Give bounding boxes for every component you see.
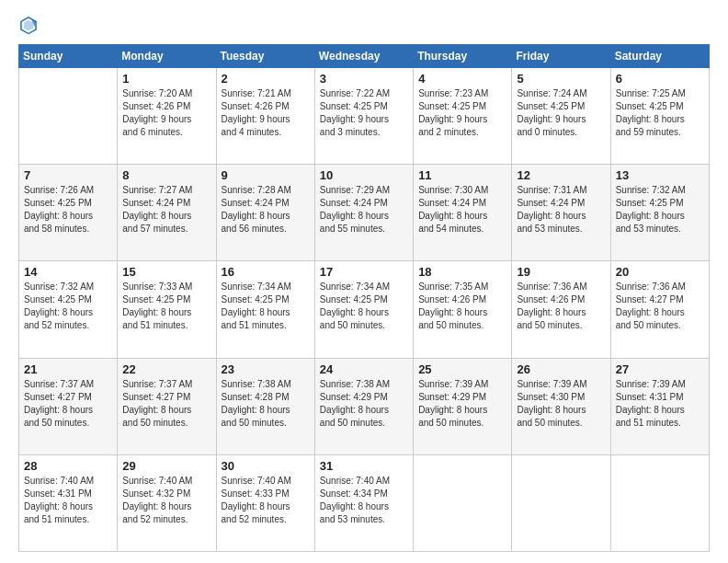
day-number: 24	[320, 362, 408, 376]
calendar-week-row: 28Sunrise: 7:40 AM Sunset: 4:31 PM Dayli…	[19, 454, 710, 551]
day-info: Sunrise: 7:39 AM Sunset: 4:29 PM Dayligh…	[418, 378, 506, 430]
day-info: Sunrise: 7:39 AM Sunset: 4:31 PM Dayligh…	[616, 378, 704, 430]
day-number: 11	[418, 168, 506, 182]
calendar-week-row: 21Sunrise: 7:37 AM Sunset: 4:27 PM Dayli…	[19, 358, 710, 454]
day-info: Sunrise: 7:36 AM Sunset: 4:26 PM Dayligh…	[517, 281, 605, 332]
day-info: Sunrise: 7:28 AM Sunset: 4:24 PM Dayligh…	[222, 184, 310, 236]
day-number: 26	[517, 362, 605, 376]
calendar-cell	[512, 454, 610, 551]
day-info: Sunrise: 7:24 AM Sunset: 4:25 PM Dayligh…	[517, 87, 605, 139]
day-number: 27	[616, 362, 704, 376]
day-of-week-header: Sunday	[19, 45, 118, 68]
calendar-cell: 12Sunrise: 7:31 AM Sunset: 4:24 PM Dayli…	[512, 165, 610, 261]
day-number: 14	[24, 265, 112, 279]
calendar-cell: 10Sunrise: 7:29 AM Sunset: 4:24 PM Dayli…	[314, 165, 413, 261]
calendar-cell: 27Sunrise: 7:39 AM Sunset: 4:31 PM Dayli…	[610, 358, 709, 454]
day-number: 4	[418, 72, 506, 86]
day-number: 15	[122, 265, 210, 279]
day-number: 1	[122, 72, 210, 86]
day-number: 7	[24, 168, 112, 182]
logo	[18, 15, 42, 35]
day-info: Sunrise: 7:23 AM Sunset: 4:25 PM Dayligh…	[418, 87, 506, 139]
svg-marker-1	[24, 20, 33, 31]
day-number: 21	[24, 362, 112, 376]
day-number: 19	[517, 265, 605, 279]
day-number: 6	[616, 72, 704, 86]
calendar-cell: 11Sunrise: 7:30 AM Sunset: 4:24 PM Dayli…	[414, 165, 512, 261]
calendar-cell: 23Sunrise: 7:38 AM Sunset: 4:28 PM Dayli…	[216, 358, 314, 454]
calendar-cell: 31Sunrise: 7:40 AM Sunset: 4:34 PM Dayli…	[314, 454, 413, 551]
calendar-cell: 28Sunrise: 7:40 AM Sunset: 4:31 PM Dayli…	[19, 454, 118, 551]
day-of-week-header: Monday	[118, 45, 216, 68]
day-number: 20	[616, 265, 704, 279]
calendar-cell: 17Sunrise: 7:34 AM Sunset: 4:25 PM Dayli…	[314, 261, 413, 358]
calendar-cell: 29Sunrise: 7:40 AM Sunset: 4:32 PM Dayli…	[118, 454, 216, 551]
day-info: Sunrise: 7:21 AM Sunset: 4:26 PM Dayligh…	[222, 87, 310, 139]
day-info: Sunrise: 7:26 AM Sunset: 4:25 PM Dayligh…	[24, 184, 112, 236]
calendar-cell: 2Sunrise: 7:21 AM Sunset: 4:26 PM Daylig…	[216, 68, 314, 165]
calendar-cell: 5Sunrise: 7:24 AM Sunset: 4:25 PM Daylig…	[512, 68, 610, 165]
day-number: 23	[222, 362, 310, 376]
day-info: Sunrise: 7:40 AM Sunset: 4:33 PM Dayligh…	[222, 475, 310, 526]
day-of-week-header: Wednesday	[314, 45, 413, 68]
calendar-cell: 18Sunrise: 7:35 AM Sunset: 4:26 PM Dayli…	[414, 261, 512, 358]
calendar-cell	[414, 454, 512, 551]
calendar-week-row: 7Sunrise: 7:26 AM Sunset: 4:25 PM Daylig…	[19, 165, 710, 261]
calendar-cell: 30Sunrise: 7:40 AM Sunset: 4:33 PM Dayli…	[216, 454, 314, 551]
day-info: Sunrise: 7:40 AM Sunset: 4:34 PM Dayligh…	[320, 475, 408, 526]
day-info: Sunrise: 7:31 AM Sunset: 4:24 PM Dayligh…	[517, 184, 605, 236]
day-number: 31	[320, 459, 408, 473]
calendar-cell: 16Sunrise: 7:34 AM Sunset: 4:25 PM Dayli…	[216, 261, 314, 358]
calendar-cell: 7Sunrise: 7:26 AM Sunset: 4:25 PM Daylig…	[19, 165, 118, 261]
day-info: Sunrise: 7:40 AM Sunset: 4:32 PM Dayligh…	[122, 475, 210, 526]
calendar-cell: 26Sunrise: 7:39 AM Sunset: 4:30 PM Dayli…	[512, 358, 610, 454]
day-number: 29	[122, 459, 210, 473]
page: SundayMondayTuesdayWednesdayThursdayFrid…	[0, 0, 728, 563]
day-number: 8	[122, 168, 210, 182]
calendar-body: 1Sunrise: 7:20 AM Sunset: 4:26 PM Daylig…	[19, 68, 710, 552]
day-info: Sunrise: 7:34 AM Sunset: 4:25 PM Dayligh…	[320, 281, 408, 332]
day-of-week-header: Thursday	[414, 45, 512, 68]
calendar-cell: 15Sunrise: 7:33 AM Sunset: 4:25 PM Dayli…	[118, 261, 216, 358]
day-number: 13	[616, 168, 704, 182]
logo-icon	[18, 15, 39, 35]
day-info: Sunrise: 7:32 AM Sunset: 4:25 PM Dayligh…	[24, 281, 112, 332]
calendar-week-row: 1Sunrise: 7:20 AM Sunset: 4:26 PM Daylig…	[19, 68, 710, 165]
day-info: Sunrise: 7:38 AM Sunset: 4:28 PM Dayligh…	[222, 378, 310, 430]
day-info: Sunrise: 7:30 AM Sunset: 4:24 PM Dayligh…	[418, 184, 506, 236]
header	[18, 15, 710, 35]
calendar-cell: 24Sunrise: 7:38 AM Sunset: 4:29 PM Dayli…	[314, 358, 413, 454]
calendar-table: SundayMondayTuesdayWednesdayThursdayFrid…	[18, 44, 710, 552]
calendar-cell: 14Sunrise: 7:32 AM Sunset: 4:25 PM Dayli…	[19, 261, 118, 358]
day-info: Sunrise: 7:29 AM Sunset: 4:24 PM Dayligh…	[320, 184, 408, 236]
calendar-cell: 19Sunrise: 7:36 AM Sunset: 4:26 PM Dayli…	[512, 261, 610, 358]
day-number: 16	[222, 265, 310, 279]
calendar-cell	[610, 454, 709, 551]
calendar-cell: 13Sunrise: 7:32 AM Sunset: 4:25 PM Dayli…	[610, 165, 709, 261]
calendar-cell: 9Sunrise: 7:28 AM Sunset: 4:24 PM Daylig…	[216, 165, 314, 261]
day-number: 28	[24, 459, 112, 473]
day-of-week-header: Tuesday	[216, 45, 314, 68]
day-info: Sunrise: 7:20 AM Sunset: 4:26 PM Dayligh…	[122, 87, 210, 139]
day-number: 3	[320, 72, 408, 86]
calendar-cell: 3Sunrise: 7:22 AM Sunset: 4:25 PM Daylig…	[314, 68, 413, 165]
day-info: Sunrise: 7:39 AM Sunset: 4:30 PM Dayligh…	[517, 378, 605, 430]
day-number: 12	[517, 168, 605, 182]
calendar-week-row: 14Sunrise: 7:32 AM Sunset: 4:25 PM Dayli…	[19, 261, 710, 358]
day-number: 22	[122, 362, 210, 376]
day-info: Sunrise: 7:25 AM Sunset: 4:25 PM Dayligh…	[616, 87, 704, 139]
day-number: 9	[222, 168, 310, 182]
calendar-cell: 6Sunrise: 7:25 AM Sunset: 4:25 PM Daylig…	[610, 68, 709, 165]
calendar-cell: 21Sunrise: 7:37 AM Sunset: 4:27 PM Dayli…	[19, 358, 118, 454]
day-number: 2	[222, 72, 310, 86]
day-number: 30	[222, 459, 310, 473]
day-number: 10	[320, 168, 408, 182]
day-info: Sunrise: 7:38 AM Sunset: 4:29 PM Dayligh…	[320, 378, 408, 430]
calendar-cell: 4Sunrise: 7:23 AM Sunset: 4:25 PM Daylig…	[414, 68, 512, 165]
calendar-cell: 8Sunrise: 7:27 AM Sunset: 4:24 PM Daylig…	[118, 165, 216, 261]
day-of-week-header: Friday	[512, 45, 610, 68]
calendar-cell: 22Sunrise: 7:37 AM Sunset: 4:27 PM Dayli…	[118, 358, 216, 454]
calendar-cell	[19, 68, 118, 165]
day-info: Sunrise: 7:22 AM Sunset: 4:25 PM Dayligh…	[320, 87, 408, 139]
day-info: Sunrise: 7:40 AM Sunset: 4:31 PM Dayligh…	[24, 475, 112, 526]
